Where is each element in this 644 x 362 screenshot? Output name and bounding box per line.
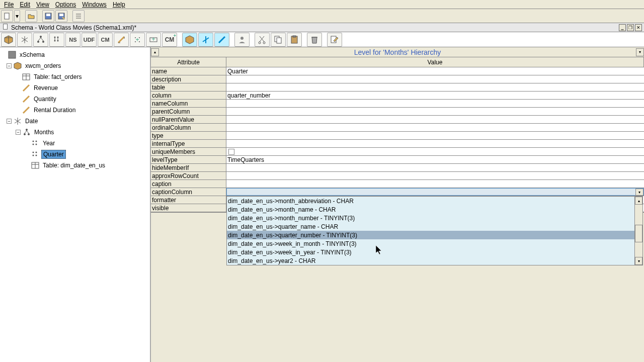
dropdown-list[interactable]: dim_date_en_us->month_abbreviation - CHA… — [226, 196, 643, 265]
tree-level-year[interactable]: Year — [1, 138, 149, 149]
named-set-button[interactable]: NS — [65, 33, 80, 47]
menu-options[interactable]: Options — [52, 1, 79, 8]
tree-hierarchy[interactable]: − Months — [1, 127, 149, 138]
tree-panel[interactable]: xSchema − xwcm_orders Table: fact_orders… — [0, 47, 151, 362]
property-row[interactable]: parentColumn — [151, 108, 644, 116]
property-val[interactable] — [226, 124, 644, 131]
tree-measure-revenue[interactable]: Revenue — [1, 82, 149, 94]
delete-button[interactable] — [307, 33, 322, 47]
add-cube-button[interactable] — [1, 33, 16, 47]
menu-windows[interactable]: Windows — [79, 1, 110, 8]
dropdown-option[interactable]: dim_date_en_us->week_in_year - TINYINT(3… — [227, 248, 642, 256]
add-dimension-button[interactable] — [17, 33, 32, 47]
calculated-member-button[interactable]: CM — [98, 33, 113, 47]
save-button[interactable] — [42, 10, 54, 22]
add-measure-button[interactable] — [114, 33, 129, 47]
tree-fact-table[interactable]: Table: fact_orders — [1, 71, 149, 82]
role-button[interactable] — [234, 33, 250, 47]
property-val[interactable]: quarter_number — [226, 92, 644, 99]
scroll-up-button[interactable]: ▴ — [151, 48, 159, 56]
property-row[interactable]: internalType — [151, 140, 644, 148]
property-row[interactable]: type — [151, 132, 644, 140]
tree-measure-quantity[interactable]: Quantity — [1, 94, 149, 105]
add-hierarchy-button[interactable] — [33, 33, 48, 47]
list-button[interactable] — [72, 10, 85, 22]
property-val[interactable] — [226, 108, 644, 115]
cut-button[interactable] — [255, 33, 270, 47]
window-restore-button[interactable]: ❐ — [627, 24, 634, 31]
add-button[interactable]: + — [130, 33, 145, 47]
paste-button[interactable] — [287, 33, 302, 47]
toggle-cubes-button[interactable] — [182, 33, 197, 47]
property-row[interactable]: description — [151, 75, 644, 83]
checkbox[interactable] — [228, 149, 234, 155]
property-val[interactable] — [226, 100, 644, 107]
tree-measure-rental[interactable]: Rental Duration — [1, 105, 149, 116]
tree-level-quarter[interactable]: Quarter — [1, 149, 149, 160]
add-property-button[interactable]: + — [146, 33, 161, 47]
document-title-bar: Schema - World Class Movies (Schema1.xml… — [0, 23, 644, 32]
property-row[interactable]: columnquarter_number — [151, 92, 644, 100]
dimension-icon — [13, 117, 22, 126]
property-val[interactable] — [226, 75, 644, 83]
property-row[interactable]: captionColumn▾ — [151, 188, 644, 196]
property-row[interactable]: approxRowCount — [151, 172, 644, 180]
property-row[interactable]: table — [151, 83, 644, 92]
new-dropdown[interactable]: ▾ — [14, 10, 20, 22]
tree-dim-table[interactable]: Table: dim_date_en_us — [1, 160, 149, 171]
dropdown-option[interactable]: dim_date_en_us->month_number - TINYINT(3… — [227, 214, 642, 222]
property-row[interactable]: nameQuarter — [151, 67, 644, 75]
window-minimize-button[interactable]: ‗ — [619, 24, 626, 31]
property-val[interactable]: Quarter — [226, 67, 644, 75]
window-close-button[interactable]: ✕ — [635, 24, 642, 31]
property-val[interactable] — [226, 180, 644, 188]
scroll-down-icon[interactable]: ▾ — [635, 257, 642, 265]
property-row[interactable]: ordinalColumn — [151, 124, 644, 132]
toggle-measure-button[interactable] — [214, 33, 229, 47]
menu-help[interactable]: Help — [110, 1, 128, 8]
menu-view[interactable]: View — [33, 1, 52, 8]
property-val[interactable] — [226, 172, 644, 179]
property-val[interactable] — [226, 116, 644, 123]
property-row[interactable]: nullParentValue — [151, 116, 644, 124]
property-row[interactable]: hideMemberIf — [151, 164, 644, 172]
property-row[interactable]: levelTypeTimeQuarters — [151, 156, 644, 164]
menu-edit[interactable]: Edit — [17, 1, 33, 8]
dropdown-scrollbar[interactable]: ▴ ▾ — [634, 197, 642, 265]
property-val[interactable] — [226, 148, 644, 155]
property-row[interactable]: nameColumn — [151, 100, 644, 108]
dropdown-trigger[interactable]: ▾ — [635, 189, 643, 196]
scroll-up-icon[interactable]: ▴ — [635, 197, 642, 205]
edit-button[interactable] — [327, 33, 342, 47]
copy-button[interactable] — [271, 33, 286, 47]
tree-dimension[interactable]: − Date — [1, 116, 149, 127]
calculated-member-2-button[interactable]: CM+ — [162, 33, 177, 47]
property-attr: type — [151, 132, 226, 139]
property-val[interactable] — [226, 132, 644, 139]
property-row[interactable]: caption — [151, 180, 644, 188]
tree-cube[interactable]: − xwcm_orders — [1, 60, 149, 71]
dropdown-option[interactable]: dim_date_en_us->week_in_month - TINYINT(… — [227, 239, 642, 248]
tree-root[interactable]: xSchema — [1, 49, 149, 60]
open-button[interactable] — [25, 10, 37, 22]
property-row[interactable]: uniqueMembers — [151, 148, 644, 156]
svg-point-63 — [33, 155, 34, 156]
toggle-dimensions-button[interactable] — [198, 33, 213, 47]
save-as-button[interactable] — [55, 10, 67, 22]
property-val[interactable] — [226, 140, 644, 147]
dropdown-option[interactable]: dim_date_en_us->month_name - CHAR — [227, 205, 642, 214]
dropdown-option[interactable]: dim_date_en_us->quarter_name - CHAR — [227, 222, 642, 231]
add-level-button[interactable] — [49, 33, 64, 47]
property-val[interactable]: ▾ — [226, 188, 644, 196]
property-val[interactable] — [226, 83, 644, 91]
dropdown-option[interactable]: dim_date_en_us->month_abbreviation - CHA… — [227, 197, 642, 205]
menu-file[interactable]: File — [1, 1, 17, 8]
property-val[interactable] — [226, 164, 644, 171]
property-val[interactable]: TimeQuarters — [226, 156, 644, 163]
new-document-button[interactable] — [1, 10, 13, 22]
udf-button[interactable]: UDF — [82, 33, 97, 47]
dropdown-option[interactable]: dim_date_en_us->quarter_number - TINYINT… — [227, 231, 642, 239]
dropdown-option[interactable]: dim_date_en_us->year2 - CHAR — [227, 256, 642, 265]
scroll-thumb[interactable] — [635, 225, 642, 242]
scroll-down-button[interactable]: ▾ — [636, 48, 644, 56]
